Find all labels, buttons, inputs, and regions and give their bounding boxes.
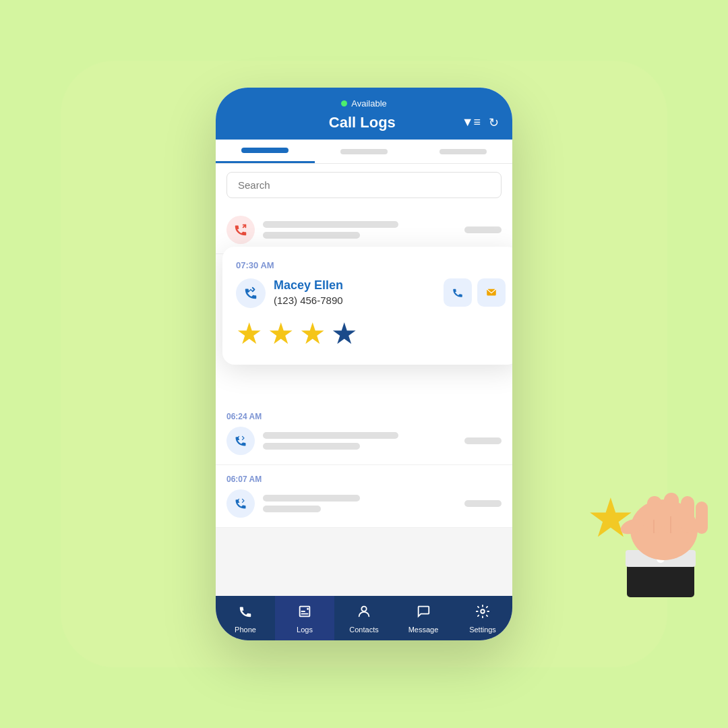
status-bar: Available	[229, 98, 499, 109]
transfer-call-icon	[243, 286, 258, 301]
transfer-icon-circle	[236, 278, 266, 308]
tabs-bar	[216, 140, 512, 164]
search-input[interactable]	[226, 172, 502, 198]
placeholder-name-2	[263, 432, 398, 439]
page-title: Call Logs	[263, 114, 462, 131]
tab-all[interactable]	[216, 140, 315, 163]
call-button-icon	[452, 286, 464, 299]
call-placeholder-lines	[263, 221, 456, 239]
action-buttons	[444, 278, 506, 307]
expanded-left: Macey Ellen (123) 456-7890	[236, 278, 343, 308]
star-1[interactable]: ★	[236, 319, 262, 348]
call-log-list: 07:30 AM	[216, 206, 512, 528]
placeholder-detail-2	[263, 443, 360, 450]
message-nav-icon	[416, 604, 431, 623]
header-row: Call Logs ▼≡ ↻	[229, 114, 499, 131]
contact-phone: (123) 456-7890	[274, 295, 343, 306]
bottom-nav: Phone Logs Contacts Message	[216, 596, 512, 640]
transfer-icon-2	[234, 434, 247, 448]
filter-icon[interactable]: ▼≡	[462, 115, 481, 130]
nav-label-message: Message	[408, 626, 439, 634]
logs-nav-icon	[297, 604, 312, 623]
time-badge	[464, 226, 502, 233]
svg-rect-10	[664, 493, 679, 533]
phone-header: Available Call Logs ▼≡ ↻	[216, 88, 512, 140]
expanded-contact-row: Macey Ellen (123) 456-7890	[236, 278, 506, 308]
hand-rating-illustration: ★	[573, 402, 728, 607]
svg-rect-5	[626, 550, 696, 567]
message-action-button[interactable]	[477, 278, 506, 307]
phone-body: 07:30 AM	[216, 206, 512, 596]
message-button-icon	[485, 286, 497, 299]
svg-point-2	[481, 609, 485, 613]
placeholder-detail	[263, 232, 360, 239]
call-row-2: 06:24 AM	[216, 402, 512, 465]
settings-nav-icon	[475, 604, 490, 623]
placeholder-detail-3	[263, 506, 321, 512]
placeholder-name-3	[263, 495, 360, 502]
nav-label-contacts: Contacts	[349, 626, 378, 634]
star-4[interactable]: ★	[331, 319, 357, 348]
svg-point-7	[630, 499, 698, 560]
nav-item-message[interactable]: Message	[394, 596, 453, 640]
nav-label-settings: Settings	[469, 626, 496, 634]
nav-item-phone[interactable]: Phone	[216, 596, 275, 640]
search-container	[216, 164, 512, 206]
nav-label-logs: Logs	[297, 626, 313, 634]
expanded-card-time: 07:30 AM	[236, 260, 506, 270]
svg-point-8	[619, 516, 646, 537]
hand-svg: ★	[573, 402, 728, 604]
svg-point-1	[361, 607, 366, 611]
status-dot	[341, 100, 347, 107]
status-text: Available	[351, 98, 387, 109]
nav-item-contacts[interactable]: Contacts	[334, 596, 394, 640]
refresh-icon[interactable]: ↻	[489, 115, 499, 130]
svg-rect-12	[696, 502, 708, 534]
svg-rect-11	[681, 496, 694, 533]
svg-rect-4	[627, 557, 694, 597]
call-time-3: 06:07 AM	[226, 475, 502, 484]
transfer-icon-3	[234, 497, 247, 510]
placeholder-name	[263, 221, 398, 228]
svg-text:★: ★	[586, 488, 635, 548]
svg-point-6	[657, 555, 665, 563]
star-2[interactable]: ★	[268, 319, 294, 348]
contact-details: Macey Ellen (123) 456-7890	[274, 278, 343, 306]
time-badge-3	[464, 500, 502, 507]
transfer-icon-circle-3	[226, 489, 255, 518]
nav-item-settings[interactable]: Settings	[453, 596, 512, 640]
phone-nav-icon	[238, 604, 253, 623]
missed-call-icon	[233, 222, 248, 237]
contacts-nav-icon	[357, 604, 371, 623]
missed-call-icon-circle	[226, 216, 255, 244]
transfer-icon-circle-2	[226, 427, 255, 455]
phone-frame: Available Call Logs ▼≡ ↻	[216, 88, 512, 640]
contact-name: Macey Ellen	[274, 278, 343, 293]
call-row-3: 06:07 AM	[216, 465, 512, 528]
star-3[interactable]: ★	[299, 319, 326, 348]
stars-rating[interactable]: ★ ★ ★ ★	[236, 319, 506, 348]
header-icons: ▼≡ ↻	[462, 115, 499, 130]
nav-label-phone: Phone	[235, 626, 256, 634]
time-badge-2	[464, 437, 502, 444]
svg-rect-9	[647, 496, 662, 533]
call-time-2: 06:24 AM	[226, 412, 502, 421]
call-action-button[interactable]	[444, 278, 472, 307]
tab-missed[interactable]	[315, 140, 414, 163]
tab-received[interactable]	[413, 140, 512, 163]
expanded-call-card: 07:30 AM	[222, 247, 512, 365]
background: Available Call Logs ▼≡ ↻	[61, 61, 667, 667]
nav-item-logs[interactable]: Logs	[275, 596, 334, 640]
